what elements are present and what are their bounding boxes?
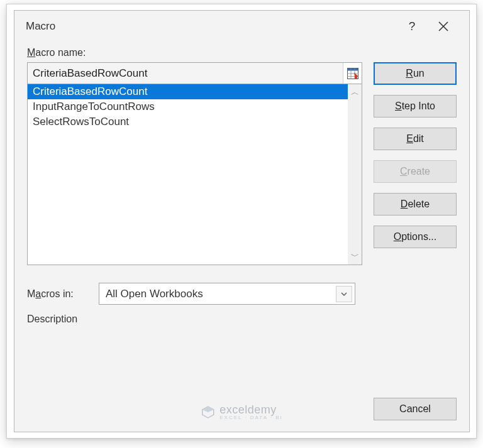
macros-in-label: Macros in:	[27, 288, 90, 300]
macro-name-input[interactable]	[28, 63, 343, 84]
options-button[interactable]: Options...	[374, 226, 457, 248]
close-icon	[438, 21, 448, 31]
dialog-content: Macro name:	[14, 42, 469, 432]
svg-marker-10	[202, 407, 213, 412]
watermark-text: exceldemy	[219, 404, 283, 415]
scroll-up-icon: ︿	[351, 87, 359, 98]
watermark: exceldemy EXCEL · DATA · BI	[201, 404, 283, 420]
macro-dialog: Macro ? Macro name:	[14, 10, 470, 432]
watermark-subtext: EXCEL · DATA · BI	[219, 415, 283, 420]
cancel-button[interactable]: Cancel	[374, 398, 457, 420]
macro-listbox[interactable]: CriteriaBasedRowCount InputRangeToCountR…	[27, 84, 362, 265]
run-button[interactable]: Run	[374, 62, 457, 85]
scrollbar[interactable]: ︿ ﹀	[348, 84, 362, 265]
help-button[interactable]: ?	[396, 14, 428, 39]
button-column: Run Step Into Edit Create Delete Options…	[374, 62, 457, 265]
close-button[interactable]	[428, 14, 459, 39]
macros-in-dropdown[interactable]: All Open Workbooks	[99, 283, 355, 305]
svg-rect-3	[347, 68, 358, 70]
step-into-button[interactable]: Step Into	[374, 95, 457, 117]
dialog-title: Macro	[26, 20, 396, 33]
macro-name-input-row	[27, 62, 362, 84]
svg-marker-9	[202, 407, 213, 418]
delete-button[interactable]: Delete	[374, 193, 457, 216]
cancel-row: Cancel	[374, 398, 457, 420]
chevron-down-icon	[336, 286, 352, 302]
spreadsheet-icon	[347, 68, 358, 79]
description-label: Description	[27, 314, 457, 325]
left-column: CriteriaBasedRowCount InputRangeToCountR…	[27, 62, 362, 265]
titlebar: Macro ?	[14, 11, 469, 42]
create-button: Create	[374, 160, 457, 183]
list-item[interactable]: InputRangeToCountRows	[28, 99, 362, 114]
edit-button[interactable]: Edit	[374, 128, 457, 150]
macros-in-value: All Open Workbooks	[106, 288, 203, 300]
list-item[interactable]: CriteriaBasedRowCount	[28, 84, 348, 99]
help-icon: ?	[409, 19, 416, 33]
watermark-icon	[201, 405, 214, 419]
list-item[interactable]: SelectRowsToCount	[28, 114, 362, 129]
macro-name-label: Macro name:	[27, 47, 457, 58]
macros-in-row: Macros in: All Open Workbooks	[27, 283, 457, 305]
scroll-down-icon: ﹀	[351, 251, 359, 262]
main-row: CriteriaBasedRowCount InputRangeToCountR…	[27, 62, 457, 265]
range-picker-button[interactable]	[343, 63, 362, 84]
